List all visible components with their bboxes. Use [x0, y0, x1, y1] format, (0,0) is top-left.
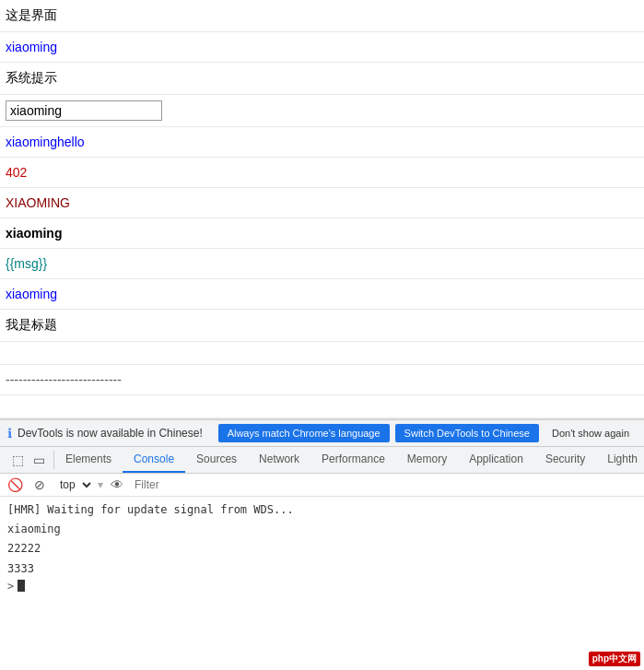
dropdown-arrow-icon: ▾ — [98, 478, 103, 491]
switch-chinese-button[interactable]: Switch DevTools to Chinese — [395, 424, 539, 442]
row-title-chinese: 我是标题 — [0, 310, 644, 342]
tab-lighthouse[interactable]: Lighth — [596, 447, 644, 473]
row-xiaominghello: xiaominghello — [0, 127, 644, 158]
context-select[interactable]: top — [53, 476, 94, 494]
clear-console-button[interactable]: 🚫 — [4, 476, 27, 494]
tab-sources[interactable]: Sources — [185, 447, 248, 473]
devtools-tabs: ⬚ ▭ Elements Console Sources Network Per… — [0, 447, 644, 474]
row-xiaoming-upper: XIAOMING — [0, 188, 644, 218]
input-row — [0, 95, 644, 127]
template-text: {{msg}} — [6, 256, 47, 271]
console-line-1: [HMR] Waiting for update signal from WDS… — [7, 500, 637, 520]
stop-button[interactable]: ⊘ — [30, 476, 49, 494]
console-line-2: xiaoming — [7, 520, 637, 539]
devtools-toolbar: 🚫 ⊘ top ▾ 👁 — [0, 474, 644, 497]
dashes-text: --------------------------- — [6, 372, 122, 387]
row-chinese-title: 这是界面 — [0, 0, 644, 32]
tab-memory[interactable]: Memory — [396, 447, 458, 473]
row-402: 402 — [0, 158, 644, 188]
xiaoming-1-text: xiaoming — [6, 40, 57, 54]
row-template: {{msg}} — [0, 249, 644, 279]
xiaoming-upper-text: XIAOMING — [6, 195, 70, 210]
xiaoming-bold-text: xiaoming — [6, 226, 62, 241]
system-hint-text: 系统提示 — [6, 70, 57, 85]
xiaoming-2-text: xiaoming — [6, 287, 57, 301]
tab-application[interactable]: Application — [458, 447, 534, 473]
console-cursor-line[interactable]: > — [7, 579, 637, 594]
xiaoming-input[interactable] — [6, 100, 162, 121]
notice-text: DevTools is now available in Chinese! — [18, 427, 213, 440]
402-text: 402 — [6, 165, 27, 180]
row-system-hint: 系统提示 — [0, 63, 644, 95]
cursor-arrow-icon: > — [7, 580, 14, 593]
tab-elements[interactable]: Elements — [54, 447, 123, 473]
tab-performance[interactable]: Performance — [310, 447, 396, 473]
main-content: 这是界面 xiaoming 系统提示 xiaominghello 402 XIA… — [0, 0, 644, 419]
device-icon[interactable]: ▭ — [30, 451, 48, 469]
dont-show-button[interactable]: Don't show again — [544, 424, 637, 442]
devtools-tab-icons: ⬚ ▭ — [4, 451, 54, 469]
row-xiaoming-bold: xiaoming — [0, 218, 644, 249]
tab-network[interactable]: Network — [248, 447, 310, 473]
console-line-4: 3333 — [7, 559, 637, 579]
title-chinese-text: 我是标题 — [6, 317, 57, 332]
tab-security[interactable]: Security — [534, 447, 596, 473]
match-language-button[interactable]: Always match Chrome's language — [218, 424, 390, 442]
chinese-title-text: 这是界面 — [6, 7, 57, 22]
row-xiaoming-1: xiaoming — [0, 32, 644, 63]
console-line-3: 22222 — [7, 539, 637, 558]
filter-input[interactable] — [131, 476, 640, 493]
dashes-row: --------------------------- — [0, 365, 644, 395]
devtools-notice-bar: ℹ DevTools is now available in Chinese! … — [0, 419, 644, 447]
separator-row — [0, 342, 644, 365]
row-xiaoming-2: xiaoming — [0, 279, 644, 310]
tab-console[interactable]: Console — [123, 447, 185, 473]
xiaominghello-text: xiaominghello — [6, 135, 85, 149]
eye-icon[interactable]: 👁 — [107, 476, 127, 494]
inspect-icon[interactable]: ⬚ — [9, 451, 27, 469]
separator-row-2 — [0, 395, 644, 418]
cursor-block — [18, 580, 25, 592]
info-icon: ℹ — [7, 426, 12, 441]
console-output: [HMR] Waiting for update signal from WDS… — [0, 497, 644, 607]
